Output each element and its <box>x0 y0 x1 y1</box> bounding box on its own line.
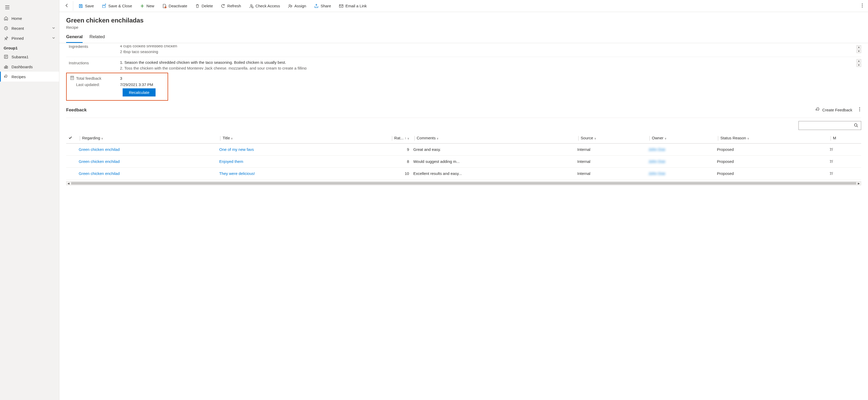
new-label: New <box>147 4 154 8</box>
table-row[interactable]: Green chicken enchiladThey were deliciou… <box>66 167 861 180</box>
regarding-link[interactable]: Green chicken enchilad <box>79 171 120 176</box>
source-cell: Internal <box>575 167 646 180</box>
save-button[interactable]: Save <box>75 2 97 10</box>
col-owner[interactable]: Owner∨ <box>646 133 715 144</box>
save-close-icon <box>102 4 106 8</box>
regarding-link[interactable]: Green chicken enchilad <box>79 159 120 164</box>
svg-point-8 <box>862 5 863 6</box>
scroll-right-button[interactable]: ▶ <box>857 182 861 185</box>
ingredients-label: Ingredients <box>69 45 116 50</box>
col-regarding[interactable]: Regarding∨ <box>76 133 217 144</box>
chevron-down-icon <box>52 26 55 31</box>
tab-general[interactable]: General <box>66 34 83 43</box>
table-row[interactable]: Green chicken enchiladEnjoyed them8Would… <box>66 156 861 167</box>
owner-link[interactable]: John Doe <box>648 159 665 164</box>
ingredients-line1: 4 cups cooked shredded chicken <box>120 45 860 49</box>
email-link-label: Email a Link <box>345 4 367 8</box>
deactivate-button[interactable]: Deactivate <box>158 2 191 10</box>
col-rating[interactable]: Rat...↑∨ <box>341 133 411 144</box>
title-link[interactable]: One of my new favs <box>219 147 254 152</box>
regarding-link[interactable]: Green chicken enchilad <box>79 147 120 152</box>
check-access-icon <box>249 4 254 8</box>
svg-point-13 <box>72 78 72 79</box>
nav-home[interactable]: Home <box>0 13 59 23</box>
refresh-button[interactable]: Refresh <box>217 2 245 10</box>
section-overflow[interactable] <box>858 107 861 113</box>
nav-home-label: Home <box>11 16 22 21</box>
delete-icon <box>195 4 200 8</box>
nav-recent[interactable]: Recent <box>0 23 59 33</box>
deactivate-label: Deactivate <box>168 4 187 8</box>
entity-icon <box>4 54 8 59</box>
ingredients-field[interactable]: 4 cups cooked shredded chicken 2 tbsp ta… <box>118 45 861 55</box>
grid-search-input[interactable] <box>799 121 861 130</box>
select-all-header[interactable] <box>66 133 76 144</box>
email-link-button[interactable]: Email a Link <box>335 2 370 10</box>
title-link[interactable]: They were delicious! <box>219 171 255 176</box>
clock-icon <box>4 26 8 31</box>
scroll-down-button[interactable]: ▼ <box>857 63 861 67</box>
command-overflow[interactable] <box>858 1 866 11</box>
delete-button[interactable]: Delete <box>191 2 216 10</box>
m-cell: 7/ <box>828 167 861 180</box>
title-link[interactable]: Enjoyed them <box>219 159 243 164</box>
last-updated-label: Last updated: <box>76 82 100 87</box>
delete-label: Delete <box>202 4 213 8</box>
share-button[interactable]: Share <box>310 2 335 10</box>
new-button[interactable]: New <box>136 2 158 10</box>
m-cell: 7/ <box>828 156 861 167</box>
deactivate-icon <box>162 4 167 8</box>
svg-rect-6 <box>339 5 343 7</box>
scroll-left-button[interactable]: ◀ <box>66 182 70 185</box>
total-feedback-label: Total feedback <box>76 76 101 81</box>
svg-point-20 <box>859 111 860 111</box>
dashboard-icon <box>4 64 8 69</box>
record-entity-label: Recipe <box>66 25 861 30</box>
calculator-icon <box>70 76 74 81</box>
plus-icon <box>140 4 145 8</box>
scrollbar-track[interactable] <box>71 182 856 185</box>
nav-recipes-label: Recipes <box>11 74 26 79</box>
back-button[interactable] <box>61 1 73 11</box>
ingredients-line2: 2 tbsp taco seasoning <box>120 49 860 55</box>
owner-link[interactable]: John Doe <box>648 147 665 152</box>
chevron-down-icon <box>52 36 55 40</box>
instructions-line2: 2. Toss the chicken with the combined Mo… <box>120 65 860 69</box>
col-title[interactable]: Title∨ <box>217 133 341 144</box>
command-bar: Save Save & Close New Deactivate Delete … <box>59 0 868 12</box>
assign-button[interactable]: Assign <box>284 2 310 10</box>
tab-related[interactable]: Related <box>89 34 105 43</box>
sidebar: Home Recent Pinned Group1 Subarea <box>0 0 59 400</box>
svg-point-15 <box>71 79 72 79</box>
check-access-button[interactable]: Check Access <box>245 2 284 10</box>
col-m[interactable]: M <box>828 133 861 144</box>
col-source[interactable]: Source∨ <box>575 133 646 144</box>
nav-pinned[interactable]: Pinned <box>0 33 59 43</box>
comments-cell: Would suggest adding m... <box>411 156 575 167</box>
svg-point-12 <box>71 78 72 79</box>
assign-label: Assign <box>294 4 306 8</box>
form-area: Ingredients 4 cups cooked shredded chick… <box>59 43 868 400</box>
nav-recipes[interactable]: Recipes <box>0 72 59 82</box>
scroll-down-button[interactable]: ▼ <box>857 50 861 53</box>
status-reason-cell: Proposed <box>715 156 828 167</box>
horizontal-scrollbar[interactable]: ◀ ▶ <box>66 181 861 185</box>
recalculate-button[interactable]: Recalculate <box>123 88 156 96</box>
table-row[interactable]: Green chicken enchiladOne of my new favs… <box>66 144 861 156</box>
nav-subarea1[interactable]: Subarea1 <box>0 52 59 62</box>
owner-link[interactable]: John Doe <box>648 171 665 176</box>
assign-icon <box>288 4 292 8</box>
col-comments[interactable]: Comments∨ <box>411 133 575 144</box>
create-feedback-button[interactable]: Create Feedback <box>815 107 852 113</box>
rating-cell: 10 <box>341 167 411 180</box>
nav-dashboards[interactable]: Dashboards <box>0 62 59 72</box>
instructions-field[interactable]: 1. Season the cooked shredded chicken wi… <box>118 59 861 69</box>
back-icon <box>65 3 69 8</box>
hamburger-menu[interactable] <box>0 2 59 13</box>
col-status-reason[interactable]: Status Reason∨ <box>715 133 828 144</box>
svg-point-16 <box>72 79 72 79</box>
save-close-button[interactable]: Save & Close <box>98 2 136 10</box>
last-updated-value: 7/29/2021 3:37 PM <box>120 82 153 87</box>
svg-point-19 <box>859 109 860 110</box>
nav-group-1: Group1 <box>0 43 59 52</box>
